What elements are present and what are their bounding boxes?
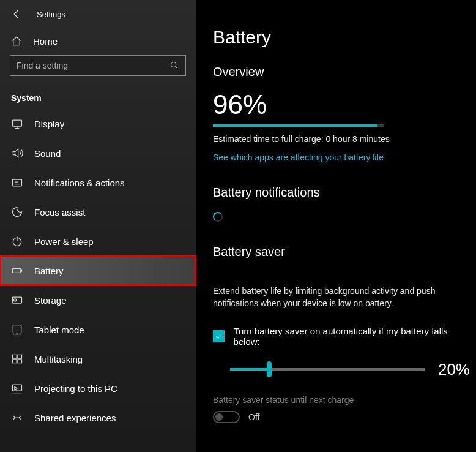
saver-status-label: Battery saver status until next charge <box>213 395 470 405</box>
sidebar-item-label: Sound <box>34 148 61 159</box>
overview-heading: Overview <box>213 65 470 79</box>
svg-rect-13 <box>13 385 22 391</box>
display-icon <box>11 118 23 130</box>
sidebar-item-storage[interactable]: Storage <box>0 285 196 315</box>
search-field[interactable] <box>17 61 169 70</box>
message-icon <box>11 176 23 189</box>
saver-heading: Battery saver <box>213 245 470 259</box>
section-label: System <box>0 83 196 109</box>
saver-description: Extend battery life by limiting backgrou… <box>213 285 470 310</box>
page-title: Battery <box>213 27 470 48</box>
svg-rect-12 <box>18 360 22 363</box>
toggle-knob-icon <box>215 413 223 421</box>
svg-point-0 <box>171 62 176 67</box>
drive-icon <box>11 294 23 306</box>
slider-thumb-icon <box>267 361 272 377</box>
battery-bar-fill <box>213 124 377 127</box>
share-icon <box>11 412 23 424</box>
sidebar-item-notifications[interactable]: Notifications & actions <box>0 168 196 197</box>
saver-auto-checkbox[interactable]: Turn battery saver on automatically if m… <box>213 326 470 347</box>
search-icon <box>169 61 179 70</box>
sidebar-item-display[interactable]: Display <box>0 109 196 138</box>
saver-threshold-slider[interactable] <box>230 368 425 371</box>
sidebar-item-projecting[interactable]: Projecting to this PC <box>0 374 196 403</box>
sidebar-item-label: Projecting to this PC <box>34 383 117 394</box>
back-button[interactable] <box>11 9 22 20</box>
sound-icon <box>11 147 23 159</box>
sidebar-item-label: Tablet mode <box>34 325 84 335</box>
home-icon <box>11 36 22 47</box>
sidebar-item-label: Battery <box>34 266 64 276</box>
svg-rect-11 <box>13 360 17 363</box>
sidebar-item-label: Focus assist <box>34 207 85 217</box>
battery-percent: 96% <box>213 91 470 118</box>
home-label: Home <box>33 36 58 47</box>
app-title: Settings <box>37 10 65 19</box>
apps-affecting-link[interactable]: See which apps are affecting your batter… <box>213 153 470 162</box>
battery-icon <box>11 265 23 277</box>
sidebar-item-shared-experiences[interactable]: Shared experiences <box>0 403 196 432</box>
checkbox-icon <box>213 330 225 342</box>
sidebar-item-label: Display <box>34 119 64 129</box>
sidebar-item-label: Multitasking <box>34 354 83 364</box>
slider-fill <box>230 368 269 371</box>
saver-status-toggle[interactable] <box>213 411 240 423</box>
grid-icon <box>11 353 23 365</box>
sidebar-item-label: Storage <box>34 295 67 306</box>
title-bar: Settings <box>0 0 196 26</box>
svg-rect-2 <box>13 179 22 186</box>
sidebar-item-label: Notifications & actions <box>34 178 125 188</box>
sidebar-item-tablet-mode[interactable]: Tablet mode <box>0 315 196 344</box>
sidebar: Settings Home System DisplaySoundNotific… <box>0 0 196 452</box>
screen-icon <box>11 382 23 394</box>
svg-point-7 <box>15 300 15 301</box>
svg-rect-9 <box>13 355 17 358</box>
tablet-icon <box>11 323 23 336</box>
svg-rect-10 <box>18 355 22 358</box>
power-icon <box>11 235 23 247</box>
saver-status-toggle-row: Off <box>213 411 470 423</box>
home-button[interactable]: Home <box>0 26 196 55</box>
arrow-left-icon <box>11 9 22 20</box>
battery-bar <box>213 124 384 127</box>
content: Battery Overview 96% Estimated time to f… <box>196 0 476 452</box>
saver-threshold-row: 20% <box>213 360 470 379</box>
sidebar-item-power-sleep[interactable]: Power & sleep <box>0 227 196 256</box>
moon-icon <box>11 206 23 218</box>
loading-spinner-icon <box>213 212 223 222</box>
estimated-time: Estimated time to full charge: 0 hour 8 … <box>213 134 470 144</box>
slider-value: 20% <box>438 360 470 379</box>
nav-list: DisplaySoundNotifications & actionsFocus… <box>0 109 196 432</box>
toggle-state-label: Off <box>248 412 259 422</box>
sidebar-item-label: Power & sleep <box>34 236 94 247</box>
svg-rect-1 <box>13 120 22 126</box>
svg-rect-4 <box>13 269 21 273</box>
search-input[interactable] <box>10 55 186 76</box>
notifications-heading: Battery notifications <box>213 186 470 200</box>
saver-auto-label: Turn battery saver on automatically if m… <box>233 326 470 347</box>
sidebar-item-label: Shared experiences <box>34 413 116 423</box>
sidebar-item-focus-assist[interactable]: Focus assist <box>0 197 196 227</box>
sidebar-item-sound[interactable]: Sound <box>0 138 196 168</box>
sidebar-item-multitasking[interactable]: Multitasking <box>0 344 196 374</box>
sidebar-item-battery[interactable]: Battery <box>0 256 196 285</box>
